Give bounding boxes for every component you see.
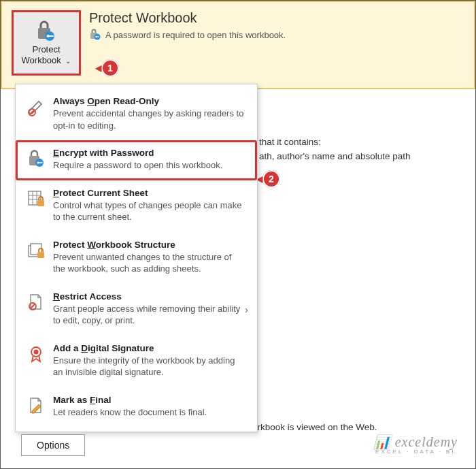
protect-workbook-menu: Always Open Read-Only Prevent accidental… [15, 84, 258, 432]
document-denied-icon [26, 291, 46, 312]
info-text-fragment: orkbook is viewed on the Web. [252, 421, 377, 434]
banner-subtitle: A password is required to open this work… [105, 30, 286, 40]
chevron-down-icon: ⌄ [65, 57, 71, 65]
menu-item-desc: Control what types of changes people can… [53, 199, 245, 223]
menu-item-protect-workbook-structure[interactable]: Protect Workbook Structure Prevent unwan… [16, 232, 257, 284]
menu-item-desc: Prevent accidental changes by asking rea… [53, 108, 245, 131]
callout-badge-1: 1 [101, 59, 119, 77]
document-pencil-icon [26, 395, 46, 415]
protect-workbook-banner: Protect Workbook ⌄ Protect Workbook A pa… [1, 1, 475, 89]
menu-item-add-digital-signature[interactable]: Add a Digital Signature Ensure the integ… [16, 336, 257, 387]
pencil-denied-icon [26, 96, 46, 116]
svg-point-2 [47, 35, 50, 37]
menu-item-desc: Grant people access while removing their… [53, 303, 245, 327]
protect-button-label: Protect [32, 44, 60, 54]
menu-item-desc: Prevent unwanted changes to the structur… [53, 251, 245, 275]
svg-rect-7 [97, 36, 99, 37]
sheet-lock-icon [26, 188, 46, 208]
protect-button-label: Workbook [22, 55, 61, 65]
protect-workbook-button[interactable]: Protect Workbook ⌄ [12, 10, 81, 76]
svg-line-24 [31, 304, 35, 308]
svg-rect-3 [49, 35, 54, 37]
chevron-right-icon: › [245, 304, 248, 315]
menu-item-desc: Let readers know the document is final. [53, 406, 207, 419]
menu-item-protect-current-sheet[interactable]: Protect Current Sheet Control what types… [16, 180, 257, 232]
info-text-fragment: ath, author's name and absolute path [259, 150, 411, 163]
svg-rect-13 [39, 162, 43, 163]
svg-rect-19 [37, 200, 44, 206]
svg-rect-22 [37, 252, 44, 258]
lock-key-icon [26, 148, 46, 168]
svg-point-26 [34, 349, 39, 354]
lock-key-icon [35, 20, 58, 42]
info-text-fragment: that it contains: [259, 135, 321, 149]
menu-item-encrypt-with-password[interactable]: Encrypt with Password Require a password… [16, 140, 257, 180]
ribbon-icon [26, 343, 46, 363]
menu-item-desc: Ensure the integrity of the workbook by … [53, 355, 245, 378]
workbook-lock-icon [26, 240, 46, 260]
browser-view-options-button[interactable]: Options [21, 434, 85, 456]
callout-badge-2: 2 [262, 170, 280, 188]
menu-item-restrict-access[interactable]: Restrict Access Grant people access whil… [16, 284, 257, 336]
banner-title: Protect Workbook [89, 10, 286, 26]
menu-item-mark-as-final[interactable]: Mark as Final Let readers know the docum… [16, 387, 257, 427]
watermark: 📊 exceldemy EXCEL · DATA · BI [373, 434, 458, 455]
menu-item-desc: Require a password to open this workbook… [53, 159, 222, 172]
menu-item-always-open-read-only[interactable]: Always Open Read-Only Prevent accidental… [16, 88, 257, 140]
lock-key-icon [89, 29, 101, 41]
